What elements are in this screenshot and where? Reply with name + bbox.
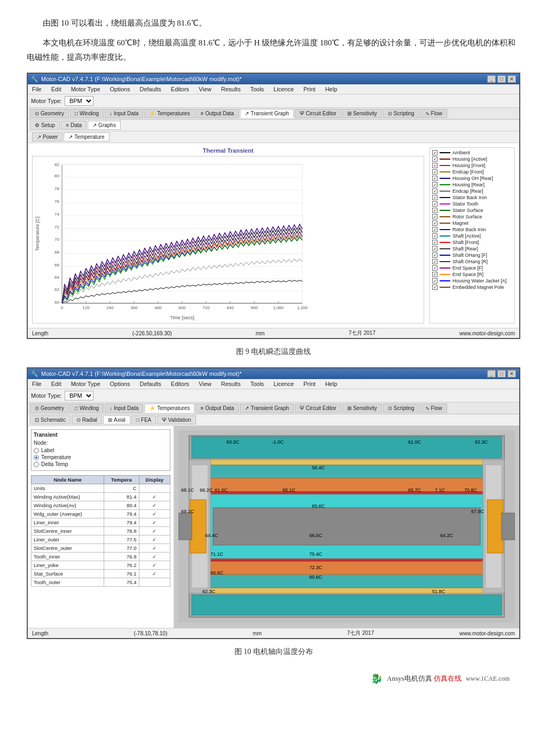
display-winding-av[interactable]: ✓ [139, 501, 170, 510]
menu-help-1[interactable]: Help [323, 85, 340, 93]
close-button-1[interactable]: ✕ [507, 75, 516, 83]
display-slotcentre-inner[interactable]: ✓ [139, 527, 170, 536]
legend-cb-shaft-ohang-f[interactable] [432, 253, 437, 258]
tab-flow-2[interactable]: ∿Flow [420, 404, 447, 413]
tab-winding-2[interactable]: □Winding [70, 404, 104, 413]
legend-cb-end-space-f[interactable] [432, 265, 437, 271]
tab-outputdata-2[interactable]: ≡Output Data [196, 404, 239, 413]
legend-cb-ambient[interactable] [432, 150, 437, 155]
legend-cb-magnet[interactable] [432, 220, 437, 226]
menu-tools-1[interactable]: Tools [248, 85, 266, 93]
radio-deltatemp-option[interactable]: Delta Temp [34, 461, 168, 467]
radio-temperature-option[interactable]: Temperature [34, 454, 168, 460]
minimize-button-2[interactable]: _ [487, 370, 496, 377]
menu-editors-2[interactable]: Editors [169, 380, 191, 388]
graphtab-power-1[interactable]: ↗Power [32, 132, 62, 141]
subtab-setup-1[interactable]: ⚙Setup [30, 121, 60, 130]
legend-cb-housing-rear[interactable] [432, 182, 437, 187]
display-stat-surface[interactable]: ✓ [139, 570, 170, 578]
legend-cb-shaft-rear[interactable] [432, 246, 437, 251]
display-slotcentre-outer[interactable]: ✓ [139, 544, 170, 553]
menu-view-1[interactable]: View [197, 85, 214, 93]
subtab-validation-2[interactable]: ΨValidation [157, 415, 196, 424]
menu-options-1[interactable]: Options [108, 85, 132, 93]
subtab-schematic-2[interactable]: ⊡Schematic [30, 415, 71, 424]
tab-inputdata-1[interactable]: ↓Input Data [105, 109, 143, 118]
close-button-2[interactable]: ✕ [507, 370, 516, 377]
radio-label-option[interactable]: Label [34, 447, 168, 453]
tab-winding-1[interactable]: □Winding [70, 109, 104, 118]
legend-cb-rotor-back-iron[interactable] [432, 227, 437, 232]
menu-motortype-2[interactable]: Motor Type [69, 380, 103, 388]
subtab-axial-2[interactable]: ⊞Axial [103, 415, 130, 424]
display-liner-yoke[interactable]: ✓ [139, 561, 170, 570]
tab-transientgraph-2[interactable]: ↗Transient Graph [240, 404, 294, 413]
menu-defaults-1[interactable]: Defaults [137, 85, 163, 93]
subtab-fea-2[interactable]: □FEA [131, 415, 157, 424]
menu-motortype-1[interactable]: Motor Type [69, 85, 103, 93]
tab-temperatures-1[interactable]: ⚡Temperatures [144, 109, 194, 118]
tab-outputdata-1[interactable]: ≡Output Data [196, 109, 239, 118]
menu-results-1[interactable]: Results [219, 85, 243, 93]
display-tooth-outer[interactable] [139, 578, 170, 587]
menu-editors-1[interactable]: Editors [169, 85, 191, 93]
menu-results-2[interactable]: Results [219, 380, 243, 388]
legend-cb-housing-water-jacket[interactable] [432, 278, 437, 284]
minimize-button-1[interactable]: _ [487, 75, 496, 83]
menu-print-1[interactable]: Print [301, 85, 318, 93]
legend-cb-end-space-r[interactable] [432, 272, 437, 277]
menu-tools-2[interactable]: Tools [248, 380, 266, 388]
window-2-controls[interactable]: _ □ ✕ [487, 370, 516, 377]
graphtab-temperature-1[interactable]: ↗Temperature [64, 132, 109, 141]
legend-cb-shaft-front[interactable] [432, 240, 437, 245]
display-winding-max[interactable]: ✓ [139, 493, 170, 501]
display-liner-outer[interactable]: ✓ [139, 536, 170, 544]
menu-print-2[interactable]: Print [301, 380, 318, 388]
motor-type-select-1[interactable]: BPM [65, 96, 93, 106]
tab-sensitivity-1[interactable]: ⊞Sensitivity [342, 109, 382, 118]
menu-defaults-2[interactable]: Defaults [137, 380, 163, 388]
legend-cb-embedded-magnet[interactable] [432, 285, 437, 290]
legend-cb-stator-back-iron[interactable] [432, 195, 437, 200]
legend-cb-housing-front[interactable] [432, 163, 437, 168]
menu-licence-2[interactable]: Licence [271, 380, 296, 388]
menu-edit-2[interactable]: Edit [49, 380, 64, 388]
subtab-radial-2[interactable]: ⊙Radial [72, 415, 102, 424]
legend-cb-shaft-ohang-r[interactable] [432, 259, 437, 264]
motor-type-select-2[interactable]: BPM [65, 391, 93, 400]
tab-transientgraph-1[interactable]: ↗Transient Graph [240, 109, 294, 118]
legend-cb-stator-tooth[interactable] [432, 201, 437, 207]
legend-cb-shaft-active[interactable] [432, 233, 437, 239]
legend-cb-endcap-rear[interactable] [432, 188, 437, 194]
window-1-controls[interactable]: _ □ ✕ [487, 75, 516, 83]
tab-scripting-1[interactable]: ⊙Scripting [383, 109, 419, 118]
tab-temperatures-2[interactable]: ⚡Temperatures [144, 404, 194, 413]
menu-options-2[interactable]: Options [108, 380, 132, 388]
legend-cb-endcap-front[interactable] [432, 169, 437, 175]
maximize-button-2[interactable]: □ [497, 370, 506, 377]
legend-cb-housing-active[interactable] [432, 156, 437, 162]
menu-file-2[interactable]: File [30, 380, 44, 388]
radio-label-circle[interactable] [34, 448, 39, 453]
display-liner-inner[interactable]: ✓ [139, 518, 170, 527]
menu-file-1[interactable]: File [30, 85, 44, 93]
legend-cb-housing-oh-rear[interactable] [432, 176, 437, 181]
radio-temperature-circle[interactable] [34, 455, 39, 460]
display-wdg-outer[interactable]: ✓ [139, 510, 170, 518]
tab-scripting-2[interactable]: ⊙Scripting [383, 404, 419, 413]
display-tooth-inner[interactable]: ✓ [139, 553, 170, 561]
legend-cb-stator-surface[interactable] [432, 208, 437, 213]
subtab-data-1[interactable]: ≡Data [61, 121, 87, 130]
tab-circuiteditor-1[interactable]: ΨCircuit Editor [295, 109, 341, 118]
legend-cb-rotor-surface[interactable] [432, 214, 437, 219]
menu-help-2[interactable]: Help [323, 380, 340, 388]
tab-flow-1[interactable]: ∿Flow [420, 109, 447, 118]
menu-view-2[interactable]: View [197, 380, 214, 388]
radio-deltatemp-circle[interactable] [34, 462, 39, 467]
subtab-graphs-1[interactable]: ↗Graphs [88, 121, 121, 130]
menu-licence-1[interactable]: Licence [271, 85, 296, 93]
menu-edit-1[interactable]: Edit [49, 85, 64, 93]
tab-circuiteditor-2[interactable]: ΨCircuit Editor [295, 404, 341, 413]
tab-sensitivity-2[interactable]: ⊞Sensitivity [342, 404, 382, 413]
tab-inputdata-2[interactable]: ↓Input Data [105, 404, 143, 413]
